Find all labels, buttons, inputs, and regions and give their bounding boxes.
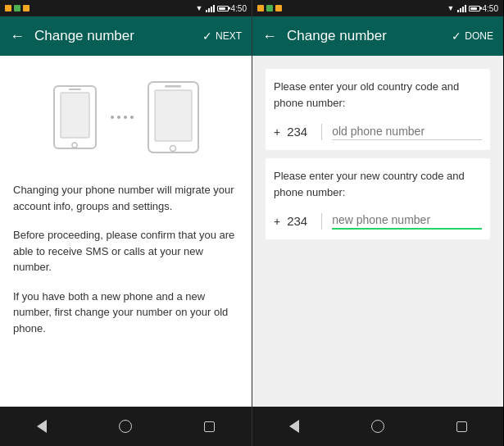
home-circle-right xyxy=(371,420,384,433)
next-label: NEXT xyxy=(216,30,242,42)
status-dot-r1 xyxy=(257,5,264,11)
app-bar-left: ← Change number ✓ NEXT xyxy=(0,16,252,56)
app-bar-right: ← Change number ✓ DONE xyxy=(252,16,503,56)
signal-icon-right xyxy=(457,4,466,12)
screen-left: ▼ 4:50 ← Change number ✓ NEXT xyxy=(0,0,252,446)
wifi-icon: ▼ xyxy=(196,4,203,12)
battery-icon-right xyxy=(469,6,480,11)
phone-icon-left xyxy=(52,84,98,150)
plus-old: + xyxy=(274,125,280,140)
recents-square-left xyxy=(204,421,215,432)
old-country-code[interactable]: 234 xyxy=(287,125,311,140)
right-content: Please enter your old country code and p… xyxy=(252,56,503,407)
status-bar-indicators-right xyxy=(257,5,282,11)
check-icon-left: ✓ xyxy=(202,30,212,43)
nav-recents-left[interactable] xyxy=(193,410,226,443)
check-icon-right: ✓ xyxy=(452,30,461,43)
svg-rect-7 xyxy=(165,85,181,88)
info-text-3: If you have both a new phone and a new n… xyxy=(13,289,238,337)
done-button[interactable]: ✓ DONE xyxy=(452,30,493,43)
recents-square-right xyxy=(456,421,467,432)
divider-old xyxy=(321,124,322,140)
status-bar-left: ▼ 4:50 xyxy=(0,0,252,16)
app-bar-title-right: Change number xyxy=(287,28,442,44)
new-number-label: Please enter your new country code and p… xyxy=(274,168,482,200)
time-left: 4:50 xyxy=(231,4,247,13)
time-right: 4:50 xyxy=(483,4,498,13)
info-text-2: Before proceeding, please confirm that y… xyxy=(13,227,238,275)
phone-icon-right xyxy=(147,80,200,154)
status-bar-right-r: ▼ 4:50 xyxy=(447,4,498,13)
status-dot-r3 xyxy=(275,5,282,11)
home-circle-left xyxy=(119,420,132,433)
phone-illustration xyxy=(13,72,238,162)
back-triangle-left xyxy=(37,420,47,433)
battery-icon xyxy=(217,6,229,11)
svg-rect-5 xyxy=(155,90,192,141)
right-inner-content: Please enter your old country code and p… xyxy=(252,56,503,407)
new-number-row: + 234 xyxy=(274,210,482,230)
nav-back-right[interactable] xyxy=(278,410,311,443)
screen-right: ▼ 4:50 ← Change number ✓ DONE Please e xyxy=(252,0,503,446)
svg-rect-1 xyxy=(61,93,89,138)
new-country-code[interactable]: 234 xyxy=(287,214,311,230)
info-text-1: Changing your phone number will migrate … xyxy=(13,182,238,214)
back-button-right[interactable]: ← xyxy=(262,28,277,45)
status-dot-2 xyxy=(14,5,20,11)
nav-home-right[interactable] xyxy=(361,410,394,443)
nav-home-left[interactable] xyxy=(109,410,142,443)
status-dot-3 xyxy=(23,5,30,11)
new-phone-input[interactable] xyxy=(332,213,482,230)
svg-point-6 xyxy=(170,146,175,152)
status-dot-1 xyxy=(5,5,11,11)
old-number-section: Please enter your old country code and p… xyxy=(266,69,490,150)
status-bar-right: ▼ 4:50 xyxy=(196,4,247,13)
new-number-section: Please enter your new country code and p… xyxy=(266,158,490,239)
status-dot-r2 xyxy=(266,5,273,11)
left-content: Changing your phone number will migrate … xyxy=(0,56,252,407)
connecting-dots xyxy=(111,116,134,119)
svg-rect-3 xyxy=(69,89,81,90)
back-triangle-right xyxy=(289,420,299,433)
svg-point-2 xyxy=(72,143,77,148)
old-number-label: Please enter your old country code and p… xyxy=(274,79,482,111)
back-button-left[interactable]: ← xyxy=(10,28,25,45)
wifi-icon-right: ▼ xyxy=(447,4,455,12)
app-bar-title-left: Change number xyxy=(34,28,193,44)
nav-recents-right[interactable] xyxy=(445,410,478,443)
next-button[interactable]: ✓ NEXT xyxy=(202,30,242,43)
old-number-row: + 234 xyxy=(274,121,482,140)
status-bar-right: ▼ 4:50 xyxy=(252,0,503,16)
plus-new: + xyxy=(274,215,280,230)
nav-back-left[interactable] xyxy=(25,410,58,443)
old-phone-input[interactable] xyxy=(332,125,482,140)
divider-new xyxy=(321,213,322,230)
signal-icon xyxy=(206,4,215,12)
status-bar-indicators xyxy=(5,5,30,11)
done-label: DONE xyxy=(465,30,493,42)
nav-bar-left xyxy=(0,407,252,446)
nav-bar-right xyxy=(252,407,503,446)
